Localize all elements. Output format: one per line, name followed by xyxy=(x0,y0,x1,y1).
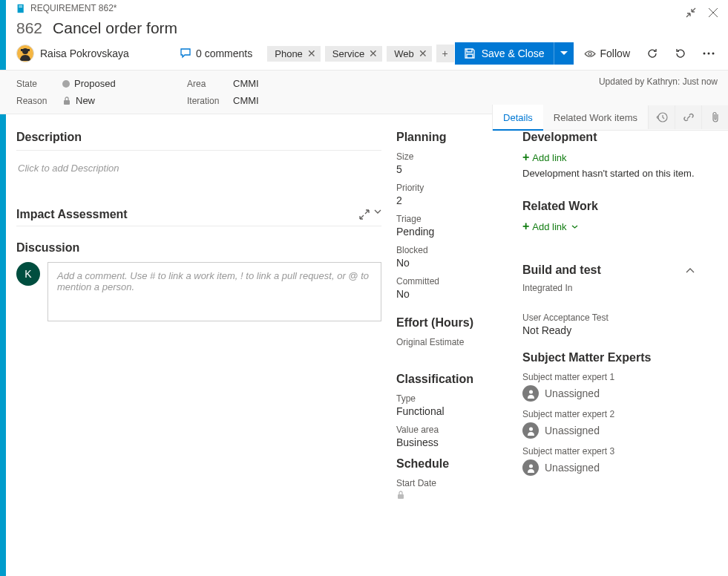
collapse-icon[interactable] xyxy=(682,4,700,22)
sme2-label: Subject matter expert 2 xyxy=(522,409,695,419)
svg-point-8 xyxy=(712,53,715,55)
add-tag-button[interactable]: + xyxy=(436,45,454,62)
planning-title: Planning xyxy=(396,131,511,144)
title-row: 862 Cancel order form xyxy=(0,13,728,42)
impact-title: Impact Assessment xyxy=(16,208,128,221)
more-actions-button[interactable] xyxy=(697,42,721,65)
size-value[interactable]: 5 xyxy=(396,163,511,175)
sme1-picker[interactable]: Unassigned xyxy=(522,385,695,402)
development-text: Development hasn't started on this item. xyxy=(522,168,695,179)
lock-icon xyxy=(396,491,405,500)
link-icon xyxy=(683,111,695,123)
comments-count: 0 comments xyxy=(196,48,252,59)
iteration-label: Iteration xyxy=(187,96,220,106)
type-value[interactable]: Functional xyxy=(396,405,511,417)
start-date-label: Start Date xyxy=(396,478,511,488)
save-icon xyxy=(464,48,476,59)
svg-point-6 xyxy=(704,53,706,55)
tag-phone[interactable]: Phone✕ xyxy=(267,46,321,62)
tag-web[interactable]: Web✕ xyxy=(387,46,432,62)
revert-button[interactable] xyxy=(669,42,692,65)
close-icon[interactable] xyxy=(704,4,722,22)
person-icon xyxy=(522,459,539,476)
svg-rect-1 xyxy=(19,5,22,6)
svg-point-13 xyxy=(529,427,533,431)
description-title: Description xyxy=(16,131,381,151)
save-close-button[interactable]: Save & Close xyxy=(455,42,554,65)
tab-details[interactable]: Details xyxy=(493,105,543,131)
value-area-label: Value area xyxy=(396,425,511,435)
svg-rect-2 xyxy=(19,7,22,7)
chevron-down-icon[interactable] xyxy=(374,209,381,214)
breadcrumb: REQUIREMENT 862* xyxy=(16,3,728,13)
tab-related-work[interactable]: Related Work items xyxy=(543,106,648,129)
updated-text: Updated by Kathryn: Just now xyxy=(599,76,718,87)
tab-history[interactable] xyxy=(648,105,675,129)
area-label: Area xyxy=(187,79,220,89)
tags-container: Phone✕ Service✕ Web✕ + xyxy=(267,45,453,62)
tab-attachments[interactable] xyxy=(701,105,728,129)
follow-button[interactable]: Follow xyxy=(578,45,636,62)
discussion-title: Discussion xyxy=(16,241,381,255)
priority-value[interactable]: 2 xyxy=(396,194,511,206)
svg-rect-9 xyxy=(64,100,70,105)
refresh-icon xyxy=(646,48,658,59)
reason-value[interactable]: New xyxy=(62,95,95,106)
svg-point-7 xyxy=(708,53,710,55)
development-title: Development xyxy=(522,131,695,144)
state-value[interactable]: Proposed xyxy=(62,78,116,89)
assignee-picker[interactable]: Raisa Pokrovskaya xyxy=(16,45,165,62)
refresh-button[interactable] xyxy=(640,42,664,65)
plus-icon: + xyxy=(522,220,529,232)
chevron-up-icon[interactable] xyxy=(686,268,695,273)
plus-icon: + xyxy=(522,151,529,163)
area-value[interactable]: CMMI xyxy=(233,78,259,89)
schedule-title: Schedule xyxy=(396,457,511,471)
tab-links[interactable] xyxy=(675,105,701,129)
remove-tag-icon[interactable]: ✕ xyxy=(419,48,427,59)
remove-tag-icon[interactable]: ✕ xyxy=(369,48,378,59)
blocked-value[interactable]: No xyxy=(396,257,511,269)
uat-label: User Acceptance Test xyxy=(522,312,695,323)
related-work-title: Related Work xyxy=(522,200,695,213)
uat-value[interactable]: Not Ready xyxy=(522,324,695,336)
triage-label: Triage xyxy=(396,214,511,224)
size-label: Size xyxy=(396,151,511,162)
triage-value[interactable]: Pending xyxy=(396,226,511,238)
comments-link[interactable]: 0 comments xyxy=(180,48,252,59)
add-dev-link-button[interactable]: +Add link xyxy=(522,151,695,163)
svg-point-14 xyxy=(529,464,533,468)
reason-label: Reason xyxy=(16,96,49,106)
chevron-down-icon xyxy=(571,225,578,229)
sme3-picker[interactable]: Unassigned xyxy=(522,459,695,476)
sme1-label: Subject matter expert 1 xyxy=(522,372,695,382)
svg-point-5 xyxy=(588,52,591,55)
eye-icon xyxy=(584,50,596,58)
effort-title: Effort (Hours) xyxy=(396,316,511,330)
sme-title: Subject Matter Experts xyxy=(522,351,695,364)
comment-input[interactable]: Add a comment. Use # to link a work item… xyxy=(47,262,381,321)
undo-icon xyxy=(675,48,686,59)
tag-service[interactable]: Service✕ xyxy=(325,46,382,62)
save-dropdown-button[interactable] xyxy=(554,42,574,65)
expand-icon[interactable] xyxy=(359,209,370,220)
priority-label: Priority xyxy=(396,183,511,193)
description-input[interactable]: Click to add Description xyxy=(16,158,381,178)
comment-icon xyxy=(180,48,191,59)
assignee-name: Raisa Pokrovskaya xyxy=(40,48,129,59)
svg-rect-4 xyxy=(21,49,30,51)
lock-icon xyxy=(62,96,71,105)
workitem-title[interactable]: Cancel order form xyxy=(53,19,177,37)
comment-avatar: K xyxy=(16,262,40,286)
requirement-icon xyxy=(16,4,26,13)
attachment-icon xyxy=(710,111,721,123)
add-related-link-button[interactable]: +Add link xyxy=(522,220,695,232)
sme2-picker[interactable]: Unassigned xyxy=(522,422,695,439)
estimate-label: Original Estimate xyxy=(396,337,511,347)
committed-value[interactable]: No xyxy=(396,288,511,300)
value-area-value[interactable]: Business xyxy=(396,436,511,448)
history-icon xyxy=(656,111,668,123)
remove-tag-icon[interactable]: ✕ xyxy=(307,48,316,59)
iteration-value[interactable]: CMMI xyxy=(233,95,259,106)
state-label: State xyxy=(16,79,49,89)
